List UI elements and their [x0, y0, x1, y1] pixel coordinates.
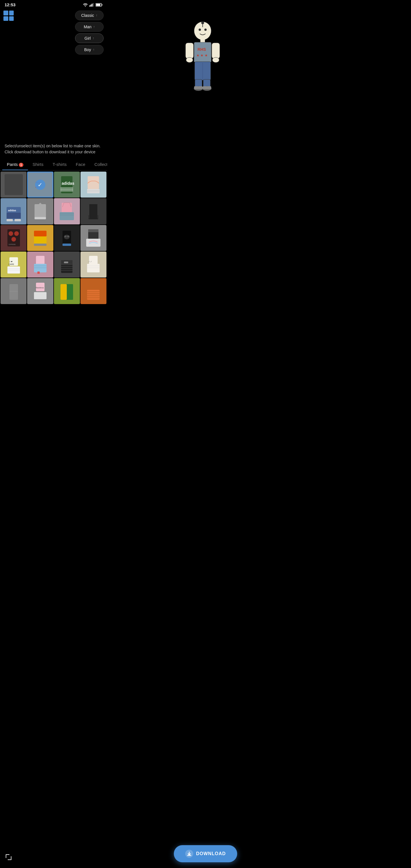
list-item[interactable]: adidas — [54, 172, 80, 197]
list-item[interactable] — [81, 278, 106, 304]
items-grid: RHS ★★★ ✓ adidas — [0, 170, 107, 305]
svg-rect-43 — [6, 213, 21, 218]
item-preview — [32, 254, 49, 274]
svg-rect-36 — [61, 190, 73, 191]
svg-point-0 — [85, 6, 86, 6]
selected-check: ✓ — [35, 180, 45, 190]
item-preview — [85, 228, 102, 248]
item-preview — [5, 281, 22, 301]
svg-rect-49 — [60, 212, 74, 220]
item-preview: flawless — [32, 281, 49, 301]
svg-rect-103 — [87, 290, 100, 300]
tabs: Pants1 Shirts T-shirts Face Collection — [0, 158, 107, 170]
item-preview: I ❤ CARE — [5, 254, 22, 274]
svg-text:CARE: CARE — [8, 263, 14, 265]
svg-text:I ❤: I ❤ — [10, 261, 12, 263]
instruction-text: Select/unselect item(s) on below list to… — [0, 140, 107, 158]
svg-rect-4 — [93, 3, 94, 6]
girl-arrow-icon: ↑ — [92, 36, 94, 40]
top-controls: RHS ★ ★ ★ — [0, 8, 107, 57]
list-item[interactable] — [54, 198, 80, 224]
svg-point-67 — [67, 236, 69, 237]
expand-icon[interactable] — [3, 10, 14, 21]
bottom-spacer — [0, 305, 107, 328]
list-item[interactable]: ✓✓ — [81, 252, 106, 278]
tab-collection[interactable]: Collection — [90, 158, 107, 170]
item-preview: ✓✓ — [85, 254, 102, 274]
classic-button[interactable]: Classic ↑ — [75, 10, 104, 20]
list-item[interactable]: SUPREME — [1, 225, 27, 251]
svg-rect-38 — [87, 189, 100, 193]
svg-rect-62 — [34, 231, 46, 237]
tab-shirts[interactable]: Shirts — [28, 158, 48, 170]
item-preview: adidas — [58, 175, 75, 195]
svg-text:✓✓: ✓✓ — [88, 260, 92, 263]
svg-rect-46 — [35, 204, 46, 218]
item-preview — [58, 201, 75, 221]
status-bar: 12:53 — [0, 0, 107, 8]
svg-point-57 — [8, 231, 13, 236]
svg-rect-6 — [102, 4, 102, 5]
grid-cell-3 — [3, 16, 8, 21]
item-preview — [32, 201, 49, 221]
item-preview — [85, 201, 102, 221]
list-item[interactable] — [27, 225, 53, 251]
svg-rect-90 — [89, 256, 98, 265]
svg-rect-63 — [34, 244, 46, 246]
list-item[interactable] — [54, 225, 80, 251]
list-item[interactable] — [1, 172, 27, 197]
svg-rect-91 — [87, 264, 100, 272]
svg-text:adidas: adidas — [8, 209, 16, 212]
svg-rect-1 — [89, 5, 90, 6]
svg-rect-3 — [92, 4, 92, 6]
wifi-icon — [83, 3, 88, 6]
item-preview — [85, 281, 102, 301]
svg-rect-34 — [61, 188, 73, 188]
grid-cell-1 — [3, 10, 8, 16]
svg-text:adidas: adidas — [62, 181, 74, 186]
list-item[interactable] — [54, 278, 80, 304]
svg-point-59 — [11, 237, 16, 242]
category-buttons: Classic ↑ Man ↑ Girl ↑ Boy ↑ — [75, 10, 104, 55]
list-item[interactable]: flawless — [27, 278, 53, 304]
time: 12:53 — [5, 2, 15, 7]
list-item[interactable] — [81, 198, 106, 224]
tab-tshirts[interactable]: T-shirts — [48, 158, 71, 170]
svg-rect-48 — [62, 203, 72, 213]
girl-button[interactable]: Girl ↑ — [75, 33, 104, 43]
man-button[interactable]: Man ↑ — [75, 22, 104, 32]
list-item[interactable]: I ❤ CARE — [1, 252, 27, 278]
list-item[interactable] — [81, 172, 106, 197]
svg-rect-70 — [88, 229, 98, 232]
svg-rect-78 — [36, 256, 44, 265]
collapse-icon — [5, 854, 12, 861]
list-item[interactable] — [54, 252, 80, 278]
avatar-spacer — [0, 57, 107, 140]
classic-arrow-icon: ↑ — [96, 13, 98, 18]
svg-rect-79 — [34, 264, 46, 272]
battery-icon — [96, 3, 102, 6]
svg-rect-2 — [91, 5, 91, 6]
list-item[interactable] — [27, 198, 53, 224]
list-item[interactable]: adidas — [1, 198, 27, 224]
grid-cell-2 — [9, 10, 14, 16]
item-preview — [58, 254, 75, 274]
tab-pants[interactable]: Pants1 — [2, 158, 28, 170]
svg-rect-47 — [35, 217, 46, 219]
list-item[interactable]: RHS ★★★ ✓ — [27, 172, 53, 197]
list-item[interactable] — [81, 225, 106, 251]
tab-face[interactable]: Face — [71, 158, 90, 170]
svg-rect-53 — [89, 215, 98, 219]
man-arrow-icon: ↑ — [93, 25, 95, 29]
svg-rect-52 — [89, 204, 98, 216]
svg-rect-95 — [9, 284, 18, 300]
boy-button[interactable]: Boy ↑ — [75, 45, 104, 55]
svg-rect-68 — [63, 244, 71, 246]
list-item[interactable] — [27, 252, 53, 278]
item-preview: SUPREME — [5, 228, 22, 248]
collapse-button[interactable] — [3, 852, 14, 862]
svg-rect-99 — [34, 292, 46, 299]
item-preview — [85, 175, 102, 195]
svg-rect-37 — [88, 176, 99, 189]
list-item[interactable] — [1, 278, 27, 304]
